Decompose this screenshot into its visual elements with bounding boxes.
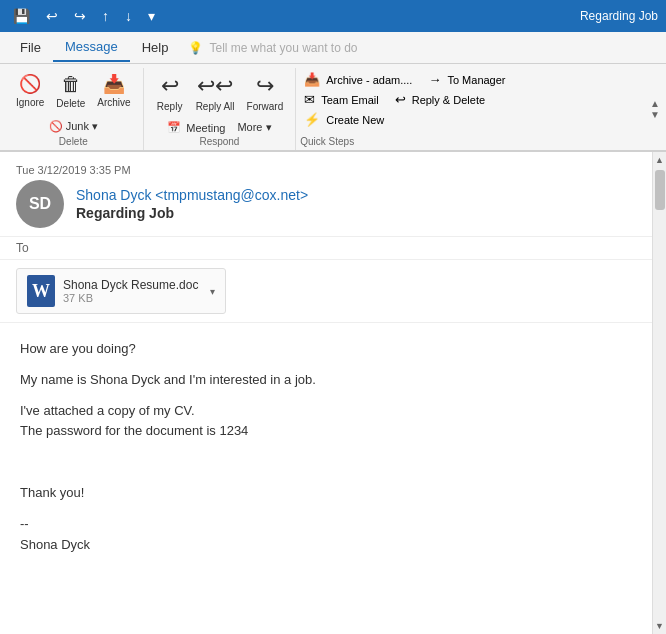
redo-icon[interactable]: ↪ (69, 6, 91, 26)
meeting-icon: 📅 (167, 121, 181, 134)
quick-step-archive[interactable]: 📥 Archive - adam.... (300, 70, 416, 89)
tab-message[interactable]: Message (53, 33, 130, 62)
sender-name: Shona Dyck <tmpmustang@cox.net> (76, 187, 650, 203)
ignore-button[interactable]: 🚫 Ignore (12, 70, 48, 111)
scroll-down-arrow[interactable]: ▼ (652, 618, 666, 634)
archive-button[interactable]: 📥 Archive (93, 70, 134, 111)
body-line-6: --Shona Dyck (20, 514, 646, 556)
scroll-down-icon[interactable]: ↓ (120, 6, 137, 26)
junk-label: 🚫 Junk ▾ (49, 120, 98, 133)
sender-row: SD Shona Dyck <tmpmustang@cox.net> Regar… (16, 180, 650, 228)
email-body: How are you doing? My name is Shona Dyck… (0, 323, 666, 581)
quick-step-create-new[interactable]: ⚡ Create New (300, 110, 388, 129)
reply-all-button[interactable]: ↩↩ Reply All (192, 70, 239, 115)
scrollbar[interactable]: ▲ ▼ (652, 152, 666, 634)
to-line: To (0, 237, 666, 260)
save-icon[interactable]: 💾 (8, 6, 35, 26)
ribbon: 🚫 Ignore 🗑 Delete 📥 Archive 🚫 Junk ▾ Del… (0, 64, 666, 152)
to-manager-icon: → (428, 72, 441, 87)
lightbulb-icon: 💡 (188, 41, 203, 55)
reply-button[interactable]: ↩ Reply (152, 70, 188, 115)
team-email-icon: ✉ (304, 92, 315, 107)
body-line-3: I've attached a copy of my CV.The passwo… (20, 401, 646, 443)
title-bar: 💾 ↩ ↪ ↑ ↓ ▾ Regarding Job (0, 0, 666, 32)
qs-team-label: Team Email (321, 94, 378, 106)
qs-reply-delete-label: Reply & Delete (412, 94, 485, 106)
attachment-size: 37 KB (63, 292, 198, 304)
ribbon-scroll-up[interactable]: ▲ (650, 98, 660, 109)
body-line-1: How are you doing? (20, 339, 646, 360)
respond-buttons: ↩ Reply ↩↩ Reply All ↪ Forward (152, 70, 288, 117)
search-box[interactable]: 💡 Tell me what you want to do (188, 41, 357, 55)
archive-qs-icon: 📥 (304, 72, 320, 87)
scroll-up-arrow[interactable]: ▲ (652, 152, 666, 168)
forward-button[interactable]: ↪ Forward (243, 70, 288, 115)
undo-icon[interactable]: ↩ (41, 6, 63, 26)
body-line-4 (20, 452, 646, 473)
more-icon[interactable]: ▾ (143, 6, 160, 26)
attachment-dropdown-icon[interactable]: ▾ (210, 286, 215, 297)
qs-archive-label: Archive - adam.... (326, 74, 412, 86)
reply-all-icon: ↩↩ (197, 73, 233, 99)
ribbon-group-quicksteps: 📥 Archive - adam.... → To Manager ✉ Team… (296, 68, 650, 150)
forward-icon: ↪ (256, 73, 274, 99)
attachment-name: Shona Dyck Resume.doc (63, 278, 198, 292)
quick-steps-list: 📥 Archive - adam.... → To Manager ✉ Team… (300, 70, 509, 129)
body-line-5: Thank you! (20, 483, 646, 504)
meeting-button[interactable]: 📅 Meeting (163, 119, 229, 136)
reply-icon: ↩ (161, 73, 179, 99)
email-header: Tue 3/12/2019 3:35 PM SD Shona Dyck <tmp… (0, 152, 666, 237)
ignore-icon: 🚫 (19, 73, 41, 95)
quick-step-reply-delete[interactable]: ↩ Reply & Delete (391, 90, 489, 109)
quick-step-to-manager[interactable]: → To Manager (424, 70, 509, 89)
archive-icon: 📥 (103, 73, 125, 95)
qs-create-label: Create New (326, 114, 384, 126)
tab-file[interactable]: File (8, 34, 53, 61)
email-content-area: Tue 3/12/2019 3:35 PM SD Shona Dyck <tmp… (0, 152, 666, 634)
create-new-icon: ⚡ (304, 112, 320, 127)
quick-step-team-email[interactable]: ✉ Team Email (300, 90, 382, 109)
delete-buttons: 🚫 Ignore 🗑 Delete 📥 Archive (12, 70, 135, 115)
tab-help[interactable]: Help (130, 34, 181, 61)
qs-manager-label: To Manager (447, 74, 505, 86)
sender-info: Shona Dyck <tmpmustang@cox.net> Regardin… (76, 187, 650, 221)
search-placeholder: Tell me what you want to do (209, 41, 357, 55)
attachment-item[interactable]: Shona Dyck Resume.doc 37 KB ▾ (16, 268, 226, 314)
ribbon-tabs: File Message Help 💡 Tell me what you wan… (0, 32, 666, 64)
scroll-thumb[interactable] (655, 170, 665, 210)
ribbon-scroll-down[interactable]: ▼ (650, 109, 660, 120)
delete-icon: 🗑 (61, 73, 81, 96)
scroll-up-icon[interactable]: ↑ (97, 6, 114, 26)
junk-button[interactable]: 🚫 Junk ▾ (45, 117, 102, 136)
email-date: Tue 3/12/2019 3:35 PM (16, 164, 650, 176)
more-respond-button[interactable]: More ▾ (233, 119, 275, 136)
window-title: Regarding Job (580, 9, 658, 23)
subject-line: Regarding Job (76, 205, 650, 221)
word-icon (27, 275, 55, 307)
attachment-area: Shona Dyck Resume.doc 37 KB ▾ (0, 260, 666, 323)
avatar: SD (16, 180, 64, 228)
ribbon-group-respond: ↩ Reply ↩↩ Reply All ↪ Forward 📅 Meeting… (144, 68, 297, 150)
title-bar-controls: 💾 ↩ ↪ ↑ ↓ ▾ (8, 6, 160, 26)
delete-button[interactable]: 🗑 Delete (52, 70, 89, 112)
body-line-2: My name is Shona Dyck and I'm interested… (20, 370, 646, 391)
ribbon-group-delete: 🚫 Ignore 🗑 Delete 📥 Archive 🚫 Junk ▾ Del… (4, 68, 144, 150)
attachment-details: Shona Dyck Resume.doc 37 KB (63, 278, 198, 304)
reply-delete-icon: ↩ (395, 92, 406, 107)
